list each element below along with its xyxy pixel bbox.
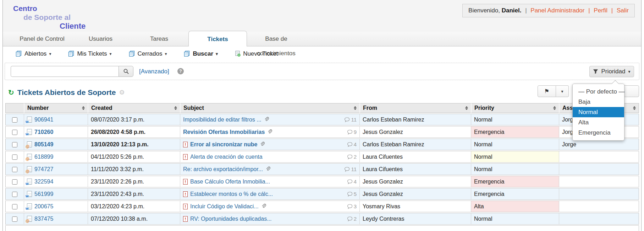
subject-cell: ! Establecer montos o % de cálc... 5: [180, 188, 359, 200]
thread-count-value: 2: [354, 154, 357, 160]
column-header-from[interactable]: From: [359, 103, 471, 113]
thread-bubble-icon: [347, 142, 353, 147]
priority-dropdown-item[interactable]: Emergencia: [573, 128, 624, 138]
thread-count: 9: [347, 129, 357, 135]
search-input[interactable]: [11, 66, 119, 77]
from-cell: Laura Cifuentes: [359, 151, 471, 163]
column-header-priority[interactable]: Priority: [471, 103, 559, 113]
row-checkbox[interactable]: [12, 130, 17, 135]
source-badge: w: [26, 182, 29, 186]
row-checkbox[interactable]: [12, 204, 17, 209]
row-checkbox[interactable]: [12, 167, 17, 172]
priority-cell: Alta: [471, 201, 559, 212]
table-row: @ 805149 13/10/2020 12:13 p.m. ! Error a…: [5, 139, 639, 150]
logo-line-3: Cliente: [60, 22, 86, 30]
subject-link[interactable]: RV: Oportunidades duplicadas...: [190, 216, 271, 222]
ticket-number-link[interactable]: 805149: [34, 141, 53, 148]
subnav-mis-tickets[interactable]: Mis Tickets ▾: [68, 50, 111, 57]
ticket-number-cell: w 322594: [24, 176, 88, 187]
priority-cell: Normal: [471, 139, 559, 150]
search-icon: [123, 68, 129, 74]
subject-link[interactable]: Imposibilidad de editar filtros ...: [183, 117, 262, 123]
ticket-number-link[interactable]: 618899: [34, 154, 53, 160]
thread-count-value: 5: [354, 191, 357, 197]
source-badge: w: [26, 207, 29, 210]
subject-link[interactable]: Establecer montos o % de cálc...: [190, 191, 273, 197]
logout-link[interactable]: Salir: [617, 7, 629, 14]
ticket-number-link[interactable]: 837475: [34, 216, 53, 222]
subnav-nuevo-ticket[interactable]: Nuevo Ticket: [235, 50, 278, 57]
thread-count: 4: [347, 141, 357, 147]
tab-usuarios[interactable]: Usuarios: [71, 32, 130, 46]
ticket-number-link[interactable]: 200675: [34, 203, 53, 210]
assigned-cell: [559, 176, 639, 187]
row-checkbox[interactable]: [12, 142, 17, 147]
attachment-icon: [260, 141, 265, 148]
row-checkbox[interactable]: [12, 154, 17, 160]
created-cell: 23/11/2020 2:43 p.m.: [88, 188, 180, 200]
ticket-number-cell: w 710260: [24, 126, 88, 138]
subject-cell: ! Error al sincronizar nube 4: [180, 139, 359, 150]
assigned-cell: [559, 163, 639, 175]
subject-link[interactable]: Alerta de creación de cuenta: [190, 154, 263, 160]
ticket-number-link[interactable]: 322594: [34, 179, 53, 185]
column-header-created[interactable]: Created: [88, 103, 180, 113]
from-cell: Laura Cifuentes: [359, 163, 471, 175]
priority-dropdown-item[interactable]: Normal: [573, 107, 624, 117]
row-checkbox[interactable]: [12, 179, 17, 185]
row-checkbox[interactable]: [12, 117, 17, 123]
from-cell: Jesus Gonzalez: [359, 188, 471, 200]
flag-button[interactable]: ⚑: [538, 85, 556, 97]
ticket-number-link[interactable]: 906941: [34, 117, 53, 123]
created-cell: 13/10/2020 12:13 p.m.: [88, 139, 180, 150]
dropdown-items: — Por defecto — Baja Normal Alta Emergen…: [573, 86, 624, 138]
select-all-header[interactable]: [5, 103, 24, 113]
help-icon[interactable]: ?: [177, 68, 184, 74]
ticket-source-icon: @: [27, 154, 32, 160]
tab-base-de-conocimientos[interactable]: Base de conocimientos: [247, 32, 306, 46]
sort-icon: [354, 106, 357, 110]
subnav-cerrados[interactable]: Cerrados ▾: [129, 50, 167, 57]
column-header-subject[interactable]: Subject: [180, 103, 359, 113]
subject-link[interactable]: Re: archivo exportación/impor...: [183, 166, 263, 173]
priority-dropdown-item[interactable]: Alta: [573, 117, 624, 128]
subject-link[interactable]: Revisión Ofertas Inmobiliarias: [183, 129, 265, 135]
subnav-label: Abiertos: [24, 50, 46, 57]
ticket-source-icon: w: [27, 179, 32, 185]
source-badge: @: [26, 219, 29, 223]
ticket-number-link[interactable]: 974727: [34, 166, 53, 173]
priority-filter-button[interactable]: Prioridad ▾: [589, 66, 634, 77]
tab-tickets[interactable]: Tickets: [188, 31, 247, 46]
table-row: @ 837475 07/12/2020 10:38 a.m. ! RV: Opo…: [5, 213, 639, 225]
subject-link[interactable]: Incluir Código de Validaci...: [190, 203, 259, 210]
ticket-number-link[interactable]: 710260: [34, 129, 53, 135]
row-checkbox[interactable]: [12, 192, 17, 197]
row-checkbox[interactable]: [12, 216, 17, 222]
tab-tareas[interactable]: Tareas: [130, 32, 188, 46]
subject-link[interactable]: Base Cálculo Oferta Inmobilia...: [190, 179, 270, 185]
subnav-label: Nuevo Ticket: [243, 50, 278, 57]
priority-dropdown-item[interactable]: — Por defecto —: [573, 86, 624, 97]
subnav-buscar[interactable]: Buscar ▾: [184, 50, 218, 57]
gear-icon[interactable]: ⚙: [119, 89, 125, 96]
admin-panel-link[interactable]: Panel Administrador: [530, 7, 584, 14]
subject-link[interactable]: Error al sincronizar nube: [190, 141, 257, 148]
from-cell: Jesus Gonzalez: [359, 126, 471, 138]
subject-cell: ! RV: Oportunidades duplicadas... 2: [180, 213, 359, 225]
table-row: @ 974727 11/11/2020 3:32 p.m. Re: archiv…: [5, 163, 639, 175]
tab-panel-de-control[interactable]: Panel de Control: [13, 32, 71, 46]
refresh-icon[interactable]: ↻: [8, 88, 14, 97]
ticket-number-cell: @ 618899: [24, 151, 88, 163]
profile-link[interactable]: Perfil: [594, 7, 607, 14]
ticket-number-link[interactable]: 561999: [34, 191, 53, 197]
advanced-search-link[interactable]: [Avanzado]: [139, 68, 169, 75]
flag-caret-button[interactable]: ▾: [556, 85, 569, 97]
new-ticket-icon: [235, 51, 241, 57]
column-header-number[interactable]: Number: [24, 103, 88, 113]
priority-cell: Normal: [471, 213, 559, 225]
subnav-abiertos[interactable]: Abiertos ▾: [16, 50, 51, 57]
thread-count: 4: [347, 179, 357, 185]
row-select-cell: [5, 126, 24, 138]
priority-dropdown-item[interactable]: Baja: [573, 97, 624, 107]
search-button[interactable]: [119, 66, 133, 77]
